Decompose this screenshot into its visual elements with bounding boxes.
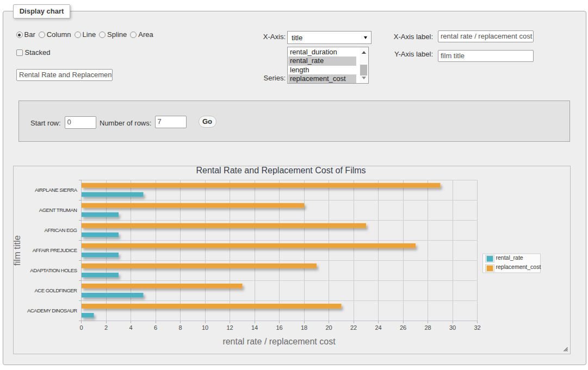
svg-text:ADAPTATION HOLES: ADAPTATION HOLES: [30, 267, 77, 273]
svg-text:film title: film title: [14, 235, 22, 266]
svg-text:22: 22: [350, 324, 357, 331]
svg-text:24: 24: [375, 324, 381, 331]
svg-text:8: 8: [178, 324, 182, 331]
svg-text:2: 2: [104, 324, 108, 331]
svg-text:30: 30: [449, 324, 456, 331]
svg-text:28: 28: [424, 324, 431, 331]
svg-text:18: 18: [301, 324, 307, 331]
svg-text:16: 16: [276, 324, 282, 331]
svg-text:10: 10: [202, 324, 208, 331]
svg-text:20: 20: [325, 324, 332, 331]
svg-text:rental_rate: rental_rate: [496, 254, 523, 261]
svg-text:rental rate / replacement cost: rental rate / replacement cost: [222, 337, 336, 346]
svg-text:AIRPLANE SIERRA: AIRPLANE SIERRA: [35, 187, 78, 193]
svg-text:ACE GOLDFINGER: ACE GOLDFINGER: [35, 287, 78, 293]
svg-text:ACADEMY DINOSAUR: ACADEMY DINOSAUR: [27, 308, 77, 313]
svg-text:AFRICAN EGG: AFRICAN EGG: [45, 227, 77, 233]
svg-text:AGENT TRUMAN: AGENT TRUMAN: [39, 207, 77, 213]
svg-text:32: 32: [474, 324, 480, 331]
svg-text:Rental Rate and Replacement Co: Rental Rate and Replacement Cost of Film…: [196, 166, 366, 175]
svg-text:14: 14: [251, 324, 258, 331]
svg-text:26: 26: [400, 324, 406, 331]
svg-text:replacement_cost: replacement_cost: [496, 264, 541, 270]
svg-text:AFFAIR PREJUDICE: AFFAIR PREJUDICE: [33, 247, 77, 253]
svg-text:4: 4: [129, 324, 132, 331]
svg-text:0: 0: [79, 324, 83, 331]
svg-text:6: 6: [154, 324, 157, 331]
svg-text:12: 12: [226, 324, 233, 331]
